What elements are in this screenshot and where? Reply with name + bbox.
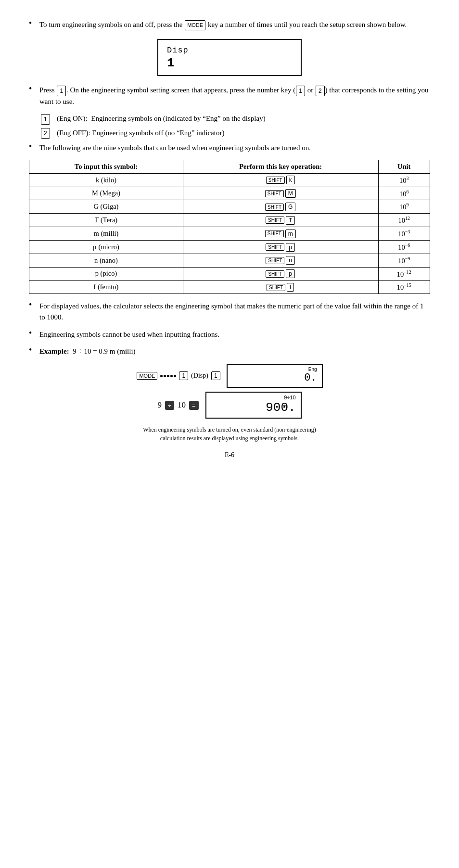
key-op-G: SHIFTG bbox=[183, 200, 378, 214]
key-op-k: SHIFTk bbox=[183, 173, 378, 187]
key-op-T: SHIFTT bbox=[183, 214, 378, 227]
unit-G: 109 bbox=[378, 200, 430, 214]
key-1-disp: 1 bbox=[211, 371, 220, 380]
mode-key: MODE bbox=[185, 20, 205, 30]
bullet-5-text: Engineering symbols cannot be used when … bbox=[39, 329, 430, 340]
ten-label: 10 bbox=[178, 400, 186, 410]
unit-m: 10−3 bbox=[378, 227, 430, 241]
symbol-m: m (milli) bbox=[29, 227, 183, 241]
shift-key-p: SHIFT bbox=[266, 270, 284, 278]
disp-screen-box: Disp 1 bbox=[157, 39, 302, 76]
shift-key-m: SHIFT bbox=[265, 230, 284, 237]
bullet-3-text: The following are the nine symbols that … bbox=[39, 142, 430, 153]
table-row: m (milli) SHIFTm 10−3 bbox=[29, 227, 430, 241]
unit-M: 106 bbox=[378, 187, 430, 200]
unit-mu: 10−6 bbox=[378, 240, 430, 254]
calc-input-row2: 9 ÷ 10 = bbox=[157, 400, 199, 410]
symbol-n: n (nano) bbox=[29, 254, 183, 267]
bullet-1-text: To turn engineering symbols on and off, … bbox=[39, 19, 430, 30]
calc-demo-row2: 9 ÷ 10 = 9÷10 m 900. bbox=[29, 392, 430, 419]
bullet-1: • To turn engineering symbols on and off… bbox=[29, 19, 430, 30]
example-text: Example: 9 ÷ 10 = 0.9 m (milli) bbox=[39, 346, 430, 357]
table-row: μ (micro) SHIFTμ 10−6 bbox=[29, 240, 430, 254]
key-op-mu: SHIFTμ bbox=[183, 240, 378, 254]
table-header-symbol: To input this symbol: bbox=[29, 160, 183, 173]
screen-2: 9÷10 m 900. bbox=[205, 392, 302, 419]
key-2b: 2 bbox=[41, 128, 50, 139]
key-1-demo: 1 bbox=[179, 371, 188, 380]
example-label: Example: bbox=[39, 347, 69, 355]
symbol-f: f (femto) bbox=[29, 281, 183, 294]
footnote: When engineering symbols are turned on, … bbox=[29, 425, 430, 443]
letter-key-n: n bbox=[286, 256, 295, 265]
screen-1-value: 0. bbox=[232, 372, 317, 384]
bullet-3: • The following are the nine symbols tha… bbox=[29, 142, 430, 153]
table-row: T (Tera) SHIFTT 1012 bbox=[29, 214, 430, 227]
screen-2-unit: m bbox=[282, 403, 287, 409]
mode-key-demo: MODE bbox=[137, 372, 157, 380]
shift-key-k: SHIFT bbox=[266, 177, 285, 184]
bullet-2-icon: • bbox=[29, 84, 38, 94]
equals-key: = bbox=[189, 401, 199, 410]
symbol-T: T (Tera) bbox=[29, 214, 183, 227]
symbol-k: k (kilo) bbox=[29, 173, 183, 187]
letter-key-mu: μ bbox=[286, 243, 295, 252]
engineering-symbols-table: To input this symbol: Perform this key o… bbox=[29, 160, 430, 294]
disp-line2: 1 bbox=[167, 56, 292, 70]
shift-key-M: SHIFT bbox=[265, 190, 284, 197]
eng-on-item: 1 (Eng ON): Engineering symbols on (indi… bbox=[40, 113, 430, 125]
shift-key-f: SHIFT bbox=[267, 284, 285, 291]
table-row: M (Mega) SHIFTM 106 bbox=[29, 187, 430, 200]
table-row: n (nano) SHIFTn 10−9 bbox=[29, 254, 430, 267]
unit-p: 10−12 bbox=[378, 267, 430, 281]
calc-input-row1: MODE 1 (Disp) 1 bbox=[136, 371, 220, 380]
unit-f: 10−15 bbox=[378, 281, 430, 294]
screen-2-expr: 9÷10 bbox=[211, 395, 296, 400]
symbol-p: p (pico) bbox=[29, 267, 183, 281]
bullet-5: • Engineering symbols cannot be used whe… bbox=[29, 329, 430, 340]
key-op-m: SHIFTm bbox=[183, 227, 378, 241]
key-op-M: SHIFTM bbox=[183, 187, 378, 200]
disp-label: (Disp) bbox=[191, 372, 208, 380]
bullet-5-icon: • bbox=[29, 328, 38, 338]
bullet-icon: • bbox=[29, 18, 38, 28]
unit-k: 103 bbox=[378, 173, 430, 187]
symbol-M: M (Mega) bbox=[29, 187, 183, 200]
footnote-line1: When engineering symbols are turned on, … bbox=[143, 426, 316, 433]
letter-key-k: k bbox=[286, 176, 295, 184]
example-bullet: • Example: 9 ÷ 10 = 0.9 m (milli) bbox=[29, 346, 430, 357]
eng-indicator: Eng bbox=[232, 367, 317, 372]
shift-key-n: SHIFT bbox=[266, 257, 284, 264]
disp-line1: Disp bbox=[167, 46, 292, 55]
eng-off-item: 2 (Eng OFF): Engineering symbols off (no… bbox=[40, 128, 430, 139]
shift-key-G: SHIFT bbox=[265, 204, 284, 211]
nine-label: 9 bbox=[157, 400, 162, 410]
bullet-4: • For displayed values, the calculator s… bbox=[29, 301, 430, 323]
letter-key-f: f bbox=[287, 283, 294, 292]
table-row: G (Giga) SHIFTG 109 bbox=[29, 200, 430, 214]
eng-on-text: (Eng ON): Engineering symbols on (indica… bbox=[57, 113, 266, 124]
letter-key-T: T bbox=[286, 216, 295, 225]
screen-1: Eng 0. bbox=[227, 364, 323, 388]
table-header-unit: Unit bbox=[378, 160, 430, 173]
bullet-2: • Press 1. On the engineering symbol set… bbox=[29, 85, 430, 107]
calc-demo-row1: MODE 1 (Disp) 1 Eng 0. bbox=[29, 364, 430, 388]
table-row: k (kilo) SHIFTk 103 bbox=[29, 173, 430, 187]
key-op-n: SHIFTn bbox=[183, 254, 378, 267]
letter-key-p: p bbox=[286, 269, 295, 278]
example-expression: 9 ÷ 10 = 0.9 m (milli) bbox=[73, 347, 135, 355]
key-1b: 1 bbox=[296, 86, 305, 97]
table-row: f (femto) SHIFTf 10−15 bbox=[29, 281, 430, 294]
bullet-2-text: Press 1. On the engineering symbol setti… bbox=[39, 85, 430, 107]
symbol-mu: μ (micro) bbox=[29, 240, 183, 254]
shift-key-mu: SHIFT bbox=[266, 243, 284, 251]
example-bullet-icon: • bbox=[29, 345, 38, 355]
key-1a: 1 bbox=[57, 86, 66, 97]
bullet-3-icon: • bbox=[29, 141, 38, 152]
dots bbox=[160, 375, 176, 377]
table-header-key: Perform this key operation: bbox=[183, 160, 378, 173]
table-row: p (pico) SHIFTp 10−12 bbox=[29, 267, 430, 281]
eng-off-text: (Eng OFF): Engineering symbols off (no “… bbox=[57, 128, 224, 139]
divide-key: ÷ bbox=[165, 401, 174, 410]
key-1c: 1 bbox=[41, 114, 50, 125]
